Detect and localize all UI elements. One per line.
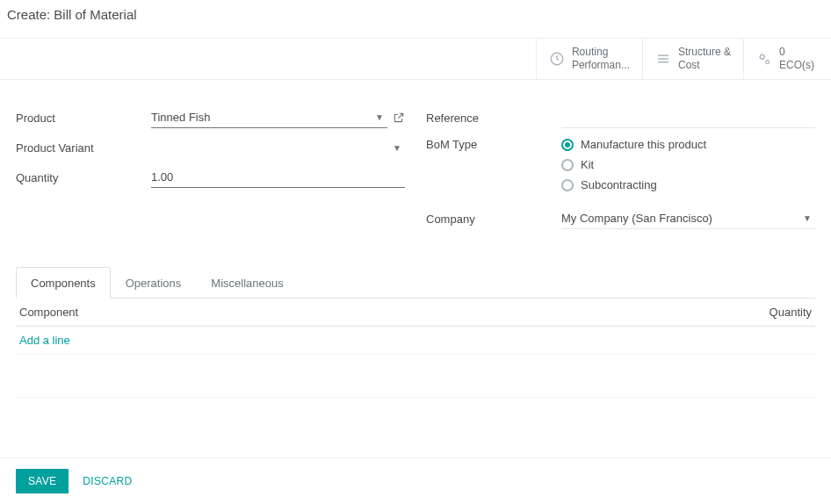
radio-subcontracting[interactable]: Subcontracting bbox=[561, 178, 706, 191]
tab-miscellaneous[interactable]: Miscellaneous bbox=[196, 267, 298, 299]
routing-l2: Performan... bbox=[572, 59, 630, 72]
product-label: Product bbox=[16, 112, 151, 125]
reference-input[interactable] bbox=[561, 107, 815, 128]
th-component: Component bbox=[19, 306, 741, 319]
table-empty-area bbox=[16, 354, 815, 398]
right-column: Reference BoM Type Manufacture this prod… bbox=[426, 104, 815, 232]
tab-operations[interactable]: Operations bbox=[111, 267, 197, 299]
left-column: Product ▼ Product Variant bbox=[16, 104, 405, 232]
quantity-label: Quantity bbox=[16, 171, 151, 184]
caret-down-icon[interactable]: ▼ bbox=[799, 213, 815, 223]
tab-components[interactable]: Components bbox=[16, 267, 111, 299]
modal-footer: SAVE DISCARD bbox=[0, 457, 831, 504]
product-input[interactable] bbox=[151, 107, 372, 127]
company-label: Company bbox=[426, 212, 561, 226]
radio-manufacture[interactable]: Manufacture this product bbox=[561, 138, 706, 151]
routing-performance-button[interactable]: Routing Performan... bbox=[536, 39, 642, 79]
structure-cost-button[interactable]: Structure & Cost bbox=[642, 39, 743, 79]
header-button-row: Routing Performan... Structure & Cost 0 … bbox=[0, 39, 831, 80]
external-link-icon[interactable] bbox=[393, 112, 405, 124]
modal-title: Create: Bill of Material bbox=[0, 0, 831, 39]
bomtype-label: BoM Type bbox=[426, 134, 561, 151]
gears-icon bbox=[756, 51, 772, 67]
create-bom-modal: Create: Bill of Material Routing Perform… bbox=[0, 0, 831, 504]
caret-down-icon[interactable]: ▼ bbox=[389, 143, 405, 153]
caret-down-icon[interactable]: ▼ bbox=[372, 112, 387, 122]
eco-label: ECO(s) bbox=[779, 59, 814, 72]
quantity-input[interactable] bbox=[151, 167, 405, 188]
tabs: Components Operations Miscellaneous bbox=[16, 267, 815, 299]
form-body: Product ▼ Product Variant bbox=[0, 80, 831, 457]
component-table-header: Component Quantity bbox=[16, 299, 815, 327]
eco-count: 0 bbox=[779, 46, 814, 59]
company-input[interactable] bbox=[561, 208, 799, 228]
clock-icon bbox=[549, 51, 565, 67]
structure-l2: Cost bbox=[678, 59, 731, 72]
add-line-link[interactable]: Add a line bbox=[16, 327, 815, 354]
th-quantity: Quantity bbox=[741, 306, 812, 319]
reference-label: Reference bbox=[426, 112, 561, 125]
variant-input[interactable] bbox=[151, 138, 389, 158]
radio-subcontracting-label: Subcontracting bbox=[581, 178, 657, 191]
radio-kit[interactable]: Kit bbox=[561, 158, 706, 171]
save-button[interactable]: SAVE bbox=[16, 469, 69, 493]
routing-l1: Routing bbox=[572, 46, 630, 59]
bars-icon bbox=[655, 51, 671, 67]
company-select[interactable]: ▼ bbox=[561, 208, 815, 229]
radio-kit-label: Kit bbox=[581, 158, 594, 171]
product-select[interactable]: ▼ bbox=[151, 107, 387, 128]
variant-select[interactable]: ▼ bbox=[151, 138, 405, 158]
ecos-button[interactable]: 0 ECO(s) bbox=[743, 39, 831, 79]
radio-manufacture-label: Manufacture this product bbox=[581, 138, 706, 151]
structure-l1: Structure & bbox=[678, 46, 731, 59]
variant-label: Product Variant bbox=[16, 141, 151, 155]
discard-button[interactable]: DISCARD bbox=[83, 475, 132, 487]
